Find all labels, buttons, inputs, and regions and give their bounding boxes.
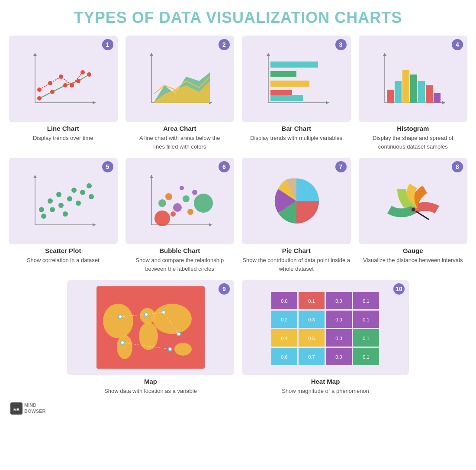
svg-marker-32 <box>442 101 445 104</box>
chart-cell-9: 9 <box>67 280 234 395</box>
svg-marker-60 <box>209 223 212 227</box>
chart-cell-7: 7 Pie Chart Show the contribution of dat… <box>242 158 351 273</box>
chart-number-8: 8 <box>452 161 463 172</box>
svg-rect-26 <box>270 81 309 87</box>
svg-point-10 <box>48 81 52 85</box>
svg-point-50 <box>71 188 77 193</box>
svg-point-51 <box>80 190 85 195</box>
chart-desc-2: A line chart with areas below the lines … <box>136 134 223 151</box>
chart-label-5: Scatter Plot <box>45 247 81 254</box>
chart-desc-10: Show magnitude of a phenomenon <box>282 387 369 395</box>
svg-point-61 <box>154 211 170 226</box>
svg-text:0.0: 0.0 <box>335 354 342 360</box>
svg-text:0.1: 0.1 <box>363 298 369 304</box>
svg-point-52 <box>87 183 92 188</box>
svg-text:0.1: 0.1 <box>363 336 369 341</box>
svg-rect-25 <box>270 71 296 77</box>
chart-number-10: 10 <box>393 283 405 295</box>
svg-text:0.4: 0.4 <box>281 336 287 341</box>
chart-desc-8: Visualize the distance between intervals <box>363 256 463 265</box>
chart-desc-7: Show the contribution of data point insi… <box>242 256 351 273</box>
svg-point-56 <box>89 194 94 199</box>
svg-marker-22 <box>267 53 270 56</box>
map-svg <box>96 286 205 369</box>
svg-point-6 <box>63 83 68 88</box>
svg-marker-59 <box>150 175 153 178</box>
chart-number-7: 7 <box>335 161 347 172</box>
title-main: TYPES OF DATA VISUALIZATION <box>74 9 335 26</box>
svg-point-63 <box>165 193 172 200</box>
chart-box-3: 3 <box>242 36 351 122</box>
chart-number-1: 1 <box>102 39 113 50</box>
svg-point-11 <box>59 75 63 79</box>
svg-point-73 <box>412 208 415 211</box>
svg-marker-2 <box>33 53 37 56</box>
bar-chart-svg <box>260 46 333 111</box>
chart-number-2: 2 <box>219 39 230 50</box>
svg-marker-42 <box>33 175 37 178</box>
svg-point-65 <box>192 190 197 195</box>
chart-label-8: Gauge <box>403 247 423 254</box>
svg-point-46 <box>48 198 53 204</box>
watermark: MB MINDBOWSER <box>9 402 467 415</box>
svg-point-47 <box>58 203 64 208</box>
svg-point-78 <box>139 322 158 350</box>
svg-point-70 <box>170 211 176 217</box>
svg-rect-36 <box>410 75 417 103</box>
watermark-logo: MB <box>10 402 23 415</box>
svg-point-44 <box>41 214 46 219</box>
watermark-text: MINDBOWSER <box>24 402 46 414</box>
chart-box-4: 4 <box>359 36 468 122</box>
chart-desc-1: Display trends over time <box>33 134 93 143</box>
page-title: TYPES OF DATA VISUALIZATION CHARTS <box>9 9 467 27</box>
svg-text:0.3: 0.3 <box>308 317 315 322</box>
chart-number-3: 3 <box>335 39 347 50</box>
chart-label-6: Bubble Chart <box>159 247 200 254</box>
svg-rect-38 <box>426 85 433 103</box>
chart-desc-6: Show and compare the relationship betwee… <box>125 256 235 273</box>
gauge-svg <box>377 171 449 231</box>
chart-box-5: 5 <box>9 158 118 244</box>
histogram-svg <box>376 46 450 111</box>
chart-desc-9: Show data with location as a variable <box>104 387 197 395</box>
svg-point-4 <box>37 96 42 100</box>
svg-point-45 <box>50 207 55 212</box>
svg-rect-37 <box>418 81 425 103</box>
bubble-svg <box>143 169 216 233</box>
line-chart-svg <box>26 46 100 111</box>
svg-point-62 <box>173 203 182 212</box>
chart-grid-row2: 5 Scatter Plot <box>9 158 467 273</box>
chart-label-1: Line Chart <box>47 125 79 132</box>
chart-cell-8: 8 Gauge Visualize the distance between <box>359 158 468 273</box>
chart-grid-row1: 1 Line <box>9 36 467 151</box>
svg-text:0.1: 0.1 <box>308 298 315 304</box>
svg-rect-34 <box>395 81 402 103</box>
area-chart-svg <box>143 46 216 111</box>
svg-point-80 <box>174 343 192 356</box>
svg-marker-3 <box>93 101 96 104</box>
svg-text:0.0: 0.0 <box>335 336 342 341</box>
svg-text:0.0: 0.0 <box>335 317 342 322</box>
svg-point-5 <box>50 90 55 94</box>
svg-point-64 <box>183 195 190 202</box>
svg-point-75 <box>103 304 133 338</box>
svg-point-13 <box>80 70 85 75</box>
chart-desc-4: Display the shape and spread of continuo… <box>359 134 468 151</box>
chart-grid-row3: 9 <box>9 280 467 395</box>
svg-text:0.1: 0.1 <box>363 317 369 322</box>
chart-number-4: 4 <box>452 39 463 50</box>
chart-label-10: Heat Map <box>311 378 340 385</box>
chart-label-9: Map <box>144 378 157 385</box>
svg-text:0.2: 0.2 <box>281 317 287 322</box>
svg-point-9 <box>37 88 42 92</box>
chart-cell-6: 6 Bubble Chart Show and compare the re <box>125 158 235 273</box>
svg-point-55 <box>76 201 81 206</box>
svg-text:0.0: 0.0 <box>281 298 287 304</box>
chart-number-9: 9 <box>219 283 230 295</box>
svg-point-68 <box>158 199 166 207</box>
svg-text:0.1: 0.1 <box>363 354 369 360</box>
svg-point-48 <box>56 192 61 197</box>
chart-cell-5: 5 Scatter Plot <box>9 158 118 273</box>
svg-point-54 <box>63 211 68 217</box>
svg-point-8 <box>87 72 91 77</box>
